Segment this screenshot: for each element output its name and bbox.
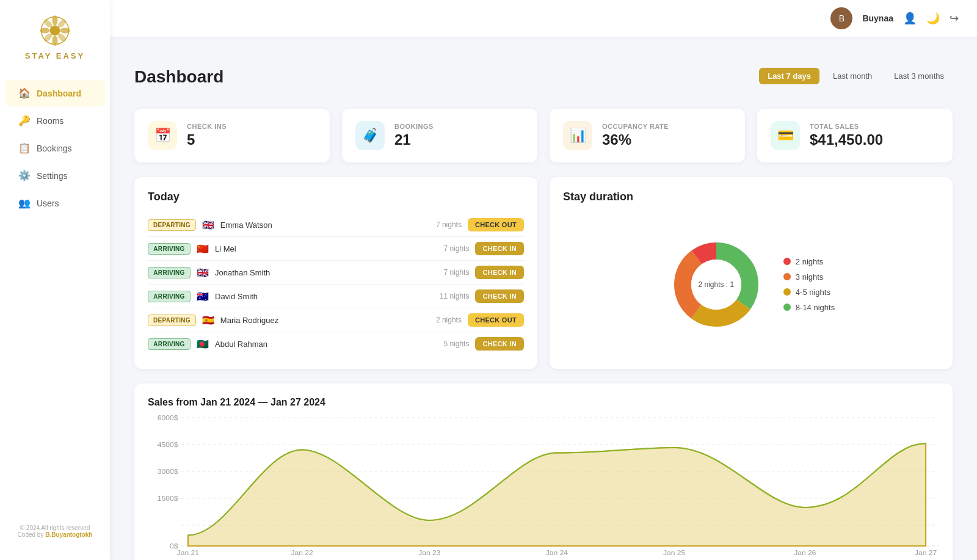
nav-label-bookings: Bookings (37, 144, 72, 153)
sales-label: TOTAL SALES (810, 123, 883, 130)
nav-item-rooms[interactable]: 🔑 Rooms (0, 107, 110, 134)
svg-point-2 (53, 36, 57, 45)
guest-nights: 7 nights (435, 268, 469, 277)
nav-list: 🏠 Dashboard 🔑 Rooms 📋 Bookings ⚙️ Settin… (0, 79, 110, 217)
nav-link-settings[interactable]: ⚙️ Settings (5, 162, 105, 189)
legend-dot-45nights (783, 288, 791, 296)
stat-card-checkins: 📅 CHECK INS 5 (134, 109, 330, 162)
action-button[interactable]: CHECK IN (475, 289, 524, 303)
guest-name: Maria Rodriguez (220, 316, 422, 325)
legend-dot-2nights (783, 258, 791, 265)
guest-list: DEPARTING 🇬🇧 Emma Watson 7 nights CHECK … (148, 213, 524, 355)
guest-nights: 2 nights (428, 316, 462, 324)
occupancy-icon: 📊 (570, 128, 586, 144)
dark-mode-icon[interactable]: 🌙 (926, 12, 940, 25)
legend-45nights: 4-5 nights (783, 288, 835, 297)
svg-text:Jan 26: Jan 26 (794, 549, 816, 556)
status-badge: DEPARTING (148, 219, 196, 231)
stat-cards: 📅 CHECK INS 5 🧳 BOOKINGS 21 📊 (134, 109, 953, 162)
logo-text: STAY EASY (25, 51, 85, 60)
svg-point-14 (691, 260, 741, 310)
sales-chart-wrap: 6000$ 4500$ 3000$ 1500$ 0$ Jan 21 Jan 22 (148, 418, 939, 552)
guest-row: ARRIVING 🇬🇧 Jonathan Smith 7 nights CHEC… (148, 261, 524, 285)
legend-814nights: 8-14 nights (783, 303, 835, 312)
guest-nights: 7 nights (435, 244, 469, 253)
nav-item-bookings[interactable]: 📋 Bookings (0, 135, 110, 161)
logo-icon (37, 12, 73, 49)
occupancy-info: OCCUPANCY RATE 36% (602, 123, 669, 148)
guest-flag: 🇬🇧 (202, 219, 214, 231)
action-button[interactable]: CHECK OUT (468, 313, 524, 327)
sales-chart-title: Sales from Jan 21 2024 — Jan 27 2024 (148, 397, 939, 408)
stay-duration-card: Stay duration (550, 177, 953, 369)
svg-text:6000$: 6000$ (158, 414, 178, 421)
username: Buynaa (862, 13, 893, 23)
svg-text:Jan 22: Jan 22 (291, 549, 313, 556)
checkins-icon-wrap: 📅 (148, 121, 177, 150)
action-button[interactable]: CHECK IN (475, 266, 524, 279)
sales-area (188, 443, 926, 546)
nav-item-dashboard[interactable]: 🏠 Dashboard (0, 80, 110, 106)
status-badge: ARRIVING (148, 267, 191, 278)
dashboard-content: Dashboard Last 7 days Last month Last 3 … (134, 55, 953, 560)
nav-link-bookings[interactable]: 📋 Bookings (5, 135, 105, 161)
nav-item-users[interactable]: 👥 Users (0, 190, 110, 216)
nav-label-settings: Settings (37, 171, 68, 181)
stat-card-sales: 💳 TOTAL SALES $41,450.00 (757, 109, 953, 162)
svg-point-1 (53, 16, 57, 25)
action-button[interactable]: CHECK OUT (468, 218, 524, 231)
sales-icon: 💳 (777, 128, 794, 144)
logo-area: STAY EASY (25, 12, 85, 60)
status-badge: ARRIVING (148, 243, 191, 255)
period-last3months-button[interactable]: Last 3 months (885, 68, 953, 84)
checkins-info: CHECK INS 5 (187, 123, 227, 148)
svg-text:3000$: 3000$ (158, 468, 178, 475)
period-last7-button[interactable]: Last 7 days (759, 68, 819, 84)
guest-row: ARRIVING 🇦🇺 David Smith 11 nights CHECK … (148, 285, 524, 308)
sales-chart-svg: 6000$ 4500$ 3000$ 1500$ 0$ Jan 21 Jan 22 (148, 418, 939, 552)
bookings-icon: 📋 (18, 142, 31, 154)
user-profile-icon[interactable]: 👤 (903, 12, 917, 25)
guest-name: David Smith (215, 292, 429, 301)
footer-author-link[interactable]: B.Buyantogtokh (45, 531, 92, 538)
period-lastmonth-button[interactable]: Last month (824, 68, 881, 84)
legend-label-45nights: 4-5 nights (796, 288, 830, 297)
today-card: Today DEPARTING 🇬🇧 Emma Watson 7 nights … (134, 177, 537, 369)
guest-name: Emma Watson (220, 220, 422, 230)
nav-link-dashboard[interactable]: 🏠 Dashboard (5, 80, 105, 106)
user-avatar: B (830, 7, 852, 29)
status-badge: ARRIVING (148, 291, 191, 302)
dashboard-icon: 🏠 (18, 87, 31, 99)
guest-flag: 🇦🇺 (197, 291, 209, 302)
guest-flag: 🇪🇸 (202, 315, 214, 326)
nav-link-users[interactable]: 👥 Users (5, 190, 105, 216)
occupancy-label: OCCUPANCY RATE (602, 123, 669, 130)
guest-row: DEPARTING 🇬🇧 Emma Watson 7 nights CHECK … (148, 213, 524, 237)
action-button[interactable]: CHECK IN (475, 337, 524, 351)
guest-nights: 11 nights (435, 292, 469, 300)
svg-text:Jan 27: Jan 27 (915, 549, 937, 556)
status-badge: ARRIVING (148, 338, 191, 350)
logout-icon[interactable]: ↪ (950, 12, 959, 25)
guest-flag: 🇨🇳 (197, 243, 209, 255)
guest-row: DEPARTING 🇪🇸 Maria Rodriguez 2 nights CH… (148, 308, 524, 332)
middle-row: Today DEPARTING 🇬🇧 Emma Watson 7 nights … (134, 177, 953, 369)
svg-text:1500$: 1500$ (158, 495, 178, 501)
guest-name: Abdul Rahman (215, 340, 429, 349)
legend-2nights: 2 nights (783, 257, 835, 266)
nav-link-rooms[interactable]: 🔑 Rooms (5, 107, 105, 134)
footer-coded: Coded by B.Buyantogtokh (18, 531, 93, 538)
svg-point-9 (50, 26, 59, 35)
footer-copy: © 2024 All rights reserved (18, 525, 93, 531)
svg-text:Jan 21: Jan 21 (177, 549, 199, 556)
svg-text:0$: 0$ (170, 542, 178, 549)
sidebar: STAY EASY 🏠 Dashboard 🔑 Rooms 📋 Bookings… (0, 0, 110, 560)
checkins-label: CHECK INS (187, 123, 227, 130)
guest-row: ARRIVING 🇨🇳 Li Mei 7 nights CHECK IN (148, 237, 524, 261)
guest-name: Li Mei (215, 244, 429, 253)
nav-item-settings[interactable]: ⚙️ Settings (0, 162, 110, 189)
dashboard-header: Dashboard Last 7 days Last month Last 3 … (134, 67, 953, 96)
bookings-stat-icon: 🧳 (362, 128, 379, 144)
sales-info: TOTAL SALES $41,450.00 (810, 123, 883, 148)
action-button[interactable]: CHECK IN (475, 242, 524, 255)
